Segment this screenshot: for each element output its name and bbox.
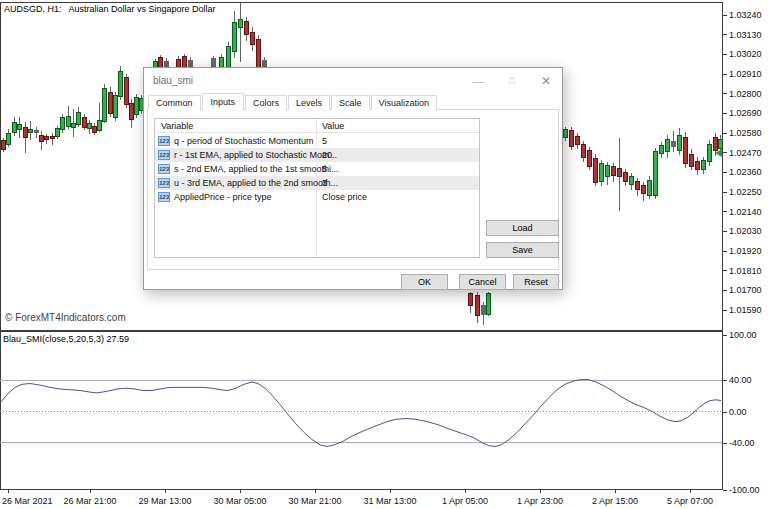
indicator-tick <box>723 412 727 413</box>
chart-symbol-title: AUDSGD, H1: Australian Dollar vs Singapo… <box>4 4 216 14</box>
indicator-axis-label: -40.00 <box>729 438 755 448</box>
param-row[interactable]: 123u - 3rd EMA, applied to the 2nd smoot… <box>155 176 479 190</box>
time-axis-label: 26 Mar 2021 <box>2 496 53 506</box>
minimize-icon[interactable]: — <box>464 72 492 90</box>
time-axis-label: 30 Mar 21:00 <box>288 496 341 506</box>
watermark: © ForexMT4Indicators.com <box>5 312 126 323</box>
current-price-marker-icon <box>715 149 722 157</box>
resize-grip[interactable]: ⋰ <box>552 280 561 289</box>
time-tick <box>8 490 9 493</box>
time-axis-label: 29 Mar 13:00 <box>138 496 191 506</box>
time-tick <box>465 490 466 493</box>
close-icon[interactable]: ✕ <box>532 72 560 90</box>
time-axis-label: 2 Apr 15:00 <box>592 496 638 506</box>
tab-colors[interactable]: Colors <box>245 95 287 110</box>
smi-curve-layer <box>0 331 722 489</box>
time-tick <box>315 490 316 493</box>
time-axis: 26 Mar 202126 Mar 21:0029 Mar 13:0030 Ma… <box>0 490 768 509</box>
time-tick <box>690 490 691 493</box>
time-axis-label: 26 Mar 21:00 <box>63 496 116 506</box>
param-value[interactable]: 5 <box>322 136 327 146</box>
load-button[interactable]: Load <box>486 220 559 236</box>
numeric-param-icon: 123 <box>158 178 170 188</box>
header-variable: Variable <box>161 121 193 131</box>
indicator-axis-label: 0.00 <box>729 407 747 417</box>
ok-button[interactable]: OK <box>401 274 448 290</box>
time-axis-label: 1 Apr 05:00 <box>442 496 488 506</box>
parameter-rows: 123q - period of Stochastic Momentum5123… <box>155 134 479 204</box>
indicator-tick <box>723 380 727 381</box>
param-name: r - 1st EMA, applied to Stochastic Mom..… <box>174 150 337 160</box>
parameters-table: Variable Value 123q - period of Stochast… <box>154 118 480 258</box>
tab-common[interactable]: Common <box>148 95 201 110</box>
tab-visualization[interactable]: Visualization <box>371 95 437 110</box>
indicator-tick <box>723 335 727 336</box>
time-tick <box>165 490 166 493</box>
header-value: Value <box>322 121 344 131</box>
time-tick <box>540 490 541 493</box>
numeric-param-icon: 123 <box>158 164 170 174</box>
indicator-axis: 100.0040.000.00-40.00-100.00 <box>723 0 768 509</box>
indicator-tick <box>723 443 727 444</box>
param-value[interactable]: 3 <box>322 178 327 188</box>
dialog-title[interactable]: blau_smi <box>153 75 193 86</box>
indicator-properties-dialog: blau_smi — □ ✕ CommonInputsColorsLevelsS… <box>143 67 563 290</box>
time-tick <box>390 490 391 493</box>
save-button[interactable]: Save <box>486 242 559 258</box>
time-axis-label: 30 Mar 05:00 <box>213 496 266 506</box>
tab-inputs[interactable]: Inputs <box>202 93 245 111</box>
param-name: s - 2nd EMA, applied to the 1st smoothi.… <box>174 164 339 174</box>
maximize-icon[interactable]: □ <box>498 72 526 90</box>
param-row[interactable]: 123s - 2nd EMA, applied to the 1st smoot… <box>155 162 479 176</box>
dialog-tab-strip: CommonInputsColorsLevelsScaleVisualizati… <box>148 94 438 110</box>
time-axis-label: 31 Mar 13:00 <box>363 496 416 506</box>
numeric-param-icon: 123 <box>158 150 170 160</box>
table-header: Variable Value <box>155 119 479 133</box>
param-value[interactable]: Close price <box>322 192 367 202</box>
time-tick <box>90 490 91 493</box>
indicator-label: Blau_SMI(close,5,20,5,3) 27.59 <box>3 334 129 344</box>
time-tick <box>615 490 616 493</box>
tab-scale[interactable]: Scale <box>331 95 370 110</box>
param-value[interactable]: 5 <box>322 164 327 174</box>
cancel-button[interactable]: Cancel <box>459 274 506 290</box>
tab-levels[interactable]: Levels <box>288 95 330 110</box>
time-axis-label: 5 Apr 07:00 <box>667 496 713 506</box>
indicator-axis-label: 40.00 <box>729 375 752 385</box>
param-row[interactable]: 123AppliedPrice - price typeClose price <box>155 190 479 204</box>
numeric-param-icon: 123 <box>158 136 170 146</box>
time-axis-label: 1 Apr 23:00 <box>517 496 563 506</box>
param-name: AppliedPrice - price type <box>174 192 272 202</box>
param-value[interactable]: 20 <box>322 150 332 160</box>
param-name: q - period of Stochastic Momentum <box>174 136 314 146</box>
param-row[interactable]: 123q - period of Stochastic Momentum5 <box>155 134 479 148</box>
indicator-axis-label: 100.00 <box>729 330 757 340</box>
numeric-param-icon: 123 <box>158 192 170 202</box>
param-name: u - 3rd EMA, applied to the 2nd smooth..… <box>174 178 338 188</box>
time-tick <box>240 490 241 493</box>
param-row[interactable]: 123r - 1st EMA, applied to Stochastic Mo… <box>155 148 479 162</box>
mt4-window: AUDSGD, H1: Australian Dollar vs Singapo… <box>0 0 768 509</box>
